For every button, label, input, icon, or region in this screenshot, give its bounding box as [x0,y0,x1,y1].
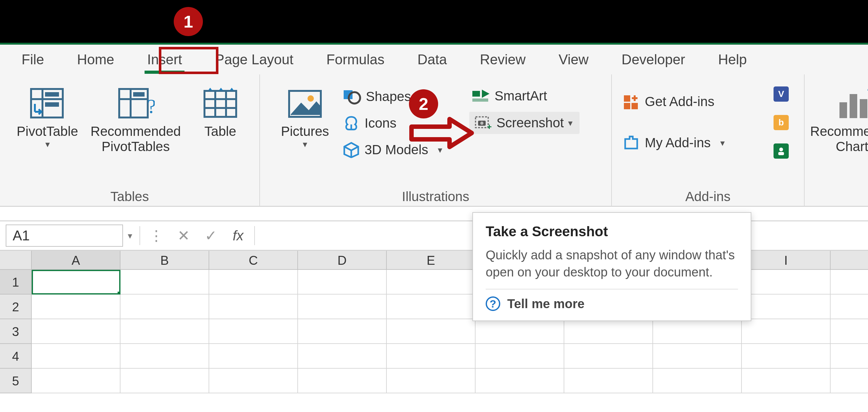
cell[interactable] [831,344,868,369]
cell[interactable] [475,319,564,344]
row-header-4[interactable]: 4 [0,344,32,369]
cell[interactable] [121,369,209,393]
addin-tile-visio[interactable]: V [774,87,789,102]
cell[interactable] [121,295,209,319]
addin-tile-bing[interactable]: b [774,115,789,130]
row-header-3[interactable]: 3 [0,319,32,344]
get-addins-icon [622,94,640,110]
cell[interactable] [475,344,564,369]
row-header-2[interactable]: 2 [0,295,32,319]
cell[interactable] [742,270,831,295]
cell[interactable] [387,270,475,295]
group-tables: PivotTable ▾ ? Recommended PivotTables [0,74,260,207]
svg-text:?: ? [147,95,155,117]
cell[interactable] [653,369,742,393]
table-icon [201,87,239,121]
cell[interactable] [121,319,209,344]
cell[interactable] [32,319,121,344]
cell[interactable] [121,344,209,369]
smartart-button[interactable]: SmartArt [471,88,547,104]
icons-button[interactable]: Icons [342,115,396,131]
row-header-5[interactable]: 5 [0,369,32,393]
cell[interactable] [742,319,831,344]
cell[interactable] [298,270,387,295]
cell[interactable] [653,344,742,369]
cell[interactable] [209,319,298,344]
chevron-down-icon: ▾ [303,139,307,149]
name-box[interactable] [6,225,123,247]
cell[interactable] [387,295,475,319]
svg-rect-25 [472,91,480,97]
cell[interactable] [298,344,387,369]
cell[interactable] [209,270,298,295]
screenshot-button[interactable]: + Screenshot ▾ [469,112,580,134]
cell[interactable] [32,295,121,319]
cell[interactable] [387,344,475,369]
col-header-E[interactable]: E [387,251,475,270]
cell[interactable] [831,295,868,319]
tooltip-title: Take a Screenshot [486,224,738,239]
cell[interactable] [209,369,298,393]
cell[interactable] [564,369,653,393]
select-all-corner[interactable] [0,251,32,270]
cell[interactable] [831,319,868,344]
svg-point-19 [308,95,314,102]
cell[interactable] [387,369,475,393]
tab-view[interactable]: View [556,50,591,69]
cell[interactable] [742,344,831,369]
recommended-charts-button[interactable]: ? Recommended Charts [811,87,868,154]
cell[interactable] [32,369,121,393]
cell[interactable] [564,344,653,369]
cell[interactable] [564,319,653,344]
tab-developer[interactable]: Developer [619,50,688,69]
tab-formulas[interactable]: Formulas [324,50,387,69]
recommended-pivottables-button[interactable]: ? Recommended PivotTables [88,87,183,154]
pictures-button[interactable]: Pictures ▾ [273,87,337,149]
shapes-button[interactable]: Shapes [342,88,411,105]
cell[interactable] [387,319,475,344]
fx-icon[interactable]: fx [224,228,252,243]
row-header-1[interactable]: 1 [0,270,32,295]
cell[interactable] [209,344,298,369]
tab-file[interactable]: File [19,50,46,69]
addin-tile-people[interactable] [774,143,789,159]
tab-page-layout[interactable]: Page Layout [212,50,296,69]
col-header-J[interactable]: J [831,251,868,270]
my-addins-button[interactable]: My Add-ins ▾ [622,135,725,151]
tab-insert[interactable]: Insert [145,50,185,69]
cell[interactable] [298,319,387,344]
name-box-dropdown[interactable]: ▾ [123,231,137,241]
col-header-A[interactable]: A [32,251,121,270]
col-header-D[interactable]: D [298,251,387,270]
table-button[interactable]: Table [193,87,247,139]
cell[interactable] [475,369,564,393]
cell[interactable] [831,270,868,295]
cell-A1[interactable] [32,270,121,295]
svg-rect-40 [849,94,857,118]
cell[interactable] [831,369,868,393]
tab-home[interactable]: Home [74,50,117,69]
tab-data[interactable]: Data [415,50,450,69]
screenshot-icon: + [474,115,492,131]
cell[interactable] [653,319,742,344]
tab-help[interactable]: Help [715,50,749,69]
cancel-icon[interactable]: ✕ [170,227,197,244]
enter-icon[interactable]: ✓ [197,227,224,244]
cell[interactable] [298,369,387,393]
tab-review[interactable]: Review [477,50,528,69]
cell[interactable] [298,295,387,319]
cell[interactable] [121,270,209,295]
pivottable-button[interactable]: PivotTable ▾ [10,87,85,149]
cell[interactable] [742,295,831,319]
recommended-charts-label: Recommended Charts [810,124,868,154]
cell[interactable] [742,369,831,393]
get-addins-button[interactable]: Get Add-ins [622,94,714,110]
title-bar [0,0,868,43]
cell[interactable] [32,344,121,369]
cell[interactable] [209,295,298,319]
tell-me-more-link[interactable]: ? Tell me more [486,297,738,311]
col-header-C[interactable]: C [209,251,298,270]
col-header-I[interactable]: I [742,251,831,270]
formula-menu-icon[interactable]: ⋮ [143,227,170,244]
col-header-B[interactable]: B [121,251,209,270]
